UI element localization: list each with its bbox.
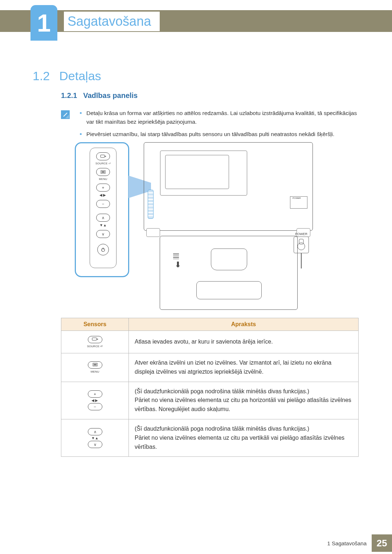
source-label: SOURCE ⏎	[95, 162, 111, 165]
section-title: Detaļas	[59, 69, 101, 83]
table-cell-desc: (Šī daudzfunkcionālā poga nodrošina tālā…	[129, 419, 359, 456]
updown-sensor-icon: ∧ ▼▲ ∨	[63, 428, 127, 448]
chapter-title: Sagatavošana	[64, 12, 160, 31]
table-row: ∧ ▼▲ ∨ (Šī daudzfunkcionālā poga nodroši…	[61, 419, 359, 456]
control-panel-buttons: SOURCE ⏎ MENU + ◀▶ − ∧ ▼▲ ∨	[90, 148, 117, 268]
down-arrow-icon: ⬇	[175, 260, 181, 270]
device-back-diagram: POWER	[144, 142, 313, 231]
table-row: + ◀▶ − (Šī daudzfunkcionālā poga nodroši…	[61, 382, 359, 419]
table-row: SOURCE ⏎ Atlasa ievades avotu, ar kuru i…	[61, 331, 359, 353]
table-cell-desc: (Šī daudzfunkcionālā poga nodrošina tālā…	[129, 382, 359, 419]
stand-diagram: ⬇	[160, 236, 298, 310]
volume-lr-icon: ◀▶	[99, 193, 107, 197]
sensors-table: Sensors Apraksts SOURCE ⏎ Atlasa ievades…	[61, 318, 359, 457]
note-item: Detaļu krāsa un forma var atšķirties no …	[80, 109, 359, 126]
note-item: Pievērsiet uzmanību, lai starp tālvadība…	[80, 130, 359, 139]
subsection-number: 1.2.1	[61, 91, 77, 99]
page-footer: 1 Sagatavošana 25	[327, 534, 392, 552]
svg-rect-8	[299, 239, 303, 244]
power-port-label: POWER	[293, 197, 301, 199]
nav-ud-icon: ▼▲	[99, 223, 107, 227]
control-port-icon	[148, 190, 154, 219]
control-panel-diagram: SOURCE ⏎ MENU + ◀▶ − ∧ ▼▲ ∨ POWER ⬇	[75, 142, 322, 313]
page-number: 25	[372, 534, 392, 552]
power-label: POWER	[290, 232, 312, 236]
note-icon	[61, 110, 70, 119]
subsection-heading: 1.2.1 Vadības panelis	[61, 91, 138, 100]
table-header-desc: Apraksts	[129, 318, 359, 331]
menu-sensor-icon: MENU	[63, 361, 127, 373]
minus-button-icon: −	[96, 200, 110, 208]
footer-text: 1 Sagatavošana	[327, 540, 372, 546]
power-plug-icon	[294, 237, 309, 253]
table-header-sensors: Sensors	[61, 318, 129, 331]
power-callout: POWER	[290, 232, 312, 268]
table-cell-desc: Atlasa ievades avotu, ar kuru ir savieno…	[129, 331, 359, 353]
subsection-title: Vadības panelis	[83, 91, 138, 99]
menu-button-icon	[96, 168, 110, 176]
note-block: Detaļu krāsa un forma var atšķirties no …	[61, 109, 359, 142]
up-button-icon: ∧	[96, 214, 110, 222]
menu-label: MENU	[99, 177, 107, 181]
source-sensor-icon: SOURCE ⏎	[63, 336, 127, 348]
source-button-icon	[96, 152, 110, 160]
header-band	[0, 10, 392, 32]
svg-rect-9	[92, 338, 97, 340]
chapter-number-tab: 1	[30, 5, 57, 41]
svg-rect-0	[101, 155, 105, 157]
table-row: MENU Atver ekrāna izvēlni un iziet no iz…	[61, 353, 359, 382]
plus-button-icon: +	[96, 184, 110, 192]
svg-point-7	[298, 243, 305, 250]
down-button-icon: ∨	[96, 230, 110, 238]
control-panel-callout: SOURCE ⏎ MENU + ◀▶ − ∧ ▼▲ ∨	[75, 142, 129, 277]
power-button-icon	[97, 244, 109, 255]
section-number: 1.2	[33, 69, 50, 83]
table-cell-desc: Atver ekrāna izvēlni un iziet no izvēlne…	[129, 353, 359, 382]
section-heading: 1.2 Detaļas	[33, 69, 101, 83]
power-port-icon: POWER	[290, 196, 307, 209]
plusminus-sensor-icon: + ◀▶ −	[63, 390, 127, 410]
